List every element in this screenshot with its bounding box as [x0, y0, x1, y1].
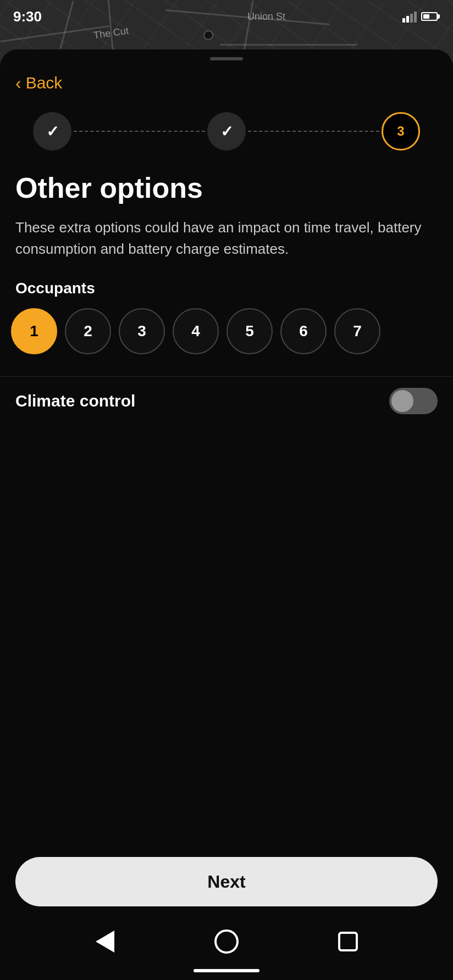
battery-icon — [421, 12, 440, 21]
nav-home-icon — [214, 929, 239, 954]
nav-back-button[interactable] — [89, 925, 121, 958]
occupant-btn-6-label: 6 — [299, 322, 308, 340]
step-line-1 — [74, 131, 205, 132]
status-bar: 9:30 — [0, 0, 453, 33]
back-chevron-icon: ‹ — [15, 74, 21, 92]
signal-icon — [402, 10, 417, 23]
step-1-check: ✓ — [46, 122, 59, 141]
occupant-btn-3[interactable]: 3 — [119, 308, 165, 354]
step-line-2 — [248, 131, 379, 132]
occupants-label: Occupants — [0, 280, 453, 308]
step-2: ✓ — [207, 112, 246, 151]
occupant-btn-2[interactable]: 2 — [65, 308, 111, 354]
occupant-btn-7-label: 7 — [353, 322, 362, 340]
nav-bar — [0, 925, 453, 958]
occupant-btn-5-label: 5 — [245, 322, 254, 340]
page-description: These extra options could have an impact… — [0, 217, 453, 280]
next-button[interactable]: Next — [15, 857, 438, 906]
status-time: 9:30 — [13, 8, 42, 25]
nav-back-icon — [96, 931, 114, 953]
page-title: Other options — [0, 164, 453, 217]
occupant-btn-6[interactable]: 6 — [280, 308, 327, 354]
back-button[interactable]: ‹ Back — [0, 60, 453, 99]
climate-control-toggle[interactable] — [389, 388, 438, 414]
occupant-btn-4-label: 4 — [191, 322, 200, 340]
climate-control-label: Climate control — [15, 392, 135, 410]
occupants-row: 1 2 3 4 5 6 7 — [0, 308, 453, 376]
steps-container: ✓ ✓ 3 — [0, 99, 453, 164]
nav-home-button[interactable] — [210, 925, 243, 958]
status-icons — [402, 10, 440, 23]
occupant-btn-7[interactable]: 7 — [334, 308, 380, 354]
occupant-btn-1-label: 1 — [30, 322, 38, 340]
nav-recents-button[interactable] — [332, 925, 364, 958]
step-1: ✓ — [33, 112, 71, 151]
climate-control-row: Climate control — [0, 376, 453, 425]
step-2-check: ✓ — [220, 122, 233, 141]
next-button-label: Next — [207, 872, 245, 892]
occupant-btn-2-label: 2 — [84, 322, 92, 340]
nav-recents-icon — [338, 932, 358, 951]
occupant-btn-5[interactable]: 5 — [226, 308, 273, 354]
main-sheet: ‹ Back ✓ ✓ 3 Other options These extra o… — [0, 49, 453, 980]
occupant-btn-1[interactable]: 1 — [11, 308, 57, 354]
occupant-btn-3-label: 3 — [137, 322, 146, 340]
toggle-knob — [391, 390, 413, 412]
occupant-btn-4[interactable]: 4 — [173, 308, 219, 354]
step-3: 3 — [382, 112, 420, 151]
step-3-label: 3 — [397, 124, 404, 139]
back-label: Back — [26, 74, 63, 92]
home-indicator — [194, 969, 259, 972]
